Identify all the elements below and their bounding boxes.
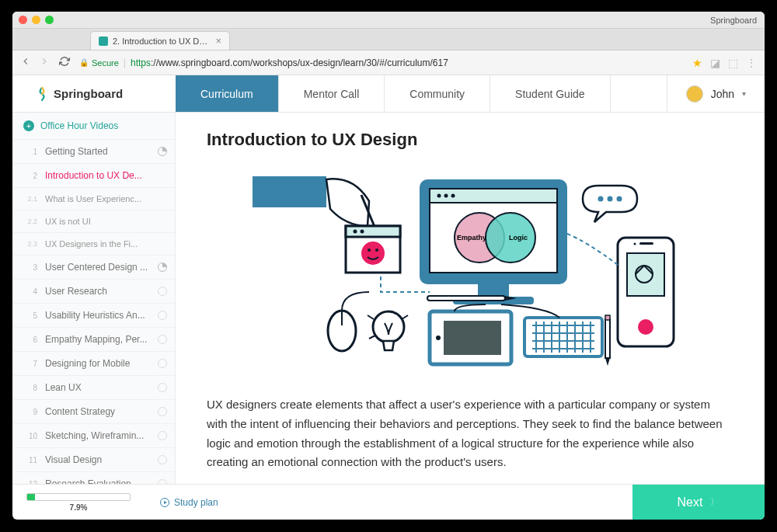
- svg-point-8: [375, 249, 378, 252]
- chevron-right-icon: 〉: [710, 495, 720, 509]
- minimize-window-button[interactable]: [32, 16, 40, 24]
- app-body: + Office Hour Videos 1Getting Started2In…: [12, 113, 765, 484]
- reload-button[interactable]: [59, 56, 70, 70]
- bookmark-star-icon[interactable]: ★: [692, 57, 702, 69]
- status-icon: [158, 383, 167, 392]
- svg-rect-25: [627, 253, 664, 296]
- sidebar-item[interactable]: 10Sketching, Wireframin...: [12, 424, 175, 448]
- nav-arrows: [20, 56, 50, 70]
- sidebar-item-number: 5: [23, 311, 37, 320]
- browser-tab[interactable]: 2. Introduction to UX Design - ×: [90, 31, 230, 50]
- sidebar-item-label: Sketching, Wireframin...: [45, 430, 150, 441]
- lock-icon: 🔒: [79, 58, 89, 67]
- next-button[interactable]: Next 〉: [632, 485, 765, 520]
- svg-line-35: [402, 315, 408, 319]
- svg-point-23: [617, 196, 622, 202]
- forward-button[interactable]: [39, 56, 50, 70]
- nav-tabs: Curriculum Mentor Call Community Student…: [176, 75, 667, 112]
- avatar: [686, 85, 703, 103]
- sidebar-item[interactable]: 2.1What is User Experienc...: [12, 188, 175, 210]
- sidebar-item[interactable]: 11Visual Design: [12, 448, 175, 472]
- extension-icon-2[interactable]: ⬚: [728, 57, 738, 69]
- svg-rect-15: [478, 284, 509, 297]
- browser-window: Springboard 2. Introduction to UX Design…: [12, 12, 765, 520]
- sidebar-item[interactable]: 12Research Evaluation: [12, 472, 175, 484]
- sidebar: + Office Hour Videos 1Getting Started2In…: [12, 113, 176, 484]
- study-plan-link[interactable]: Study plan: [145, 485, 632, 520]
- status-icon: [158, 287, 167, 296]
- tab-curriculum[interactable]: Curriculum: [176, 75, 279, 112]
- svg-text:Empathy: Empathy: [457, 234, 486, 242]
- svg-rect-39: [427, 296, 505, 301]
- sidebar-item-number: 8: [23, 384, 37, 392]
- sidebar-item-number: 3: [23, 263, 37, 272]
- user-menu[interactable]: John ▾: [667, 75, 765, 112]
- url-field[interactable]: 🔒 Secure | https://www.springboard.com/w…: [79, 57, 683, 68]
- svg-text:Logic: Logic: [509, 234, 528, 242]
- maximize-window-button[interactable]: [45, 16, 54, 24]
- page-title: Introduction to UX Design: [207, 130, 733, 150]
- play-ring-icon: [160, 498, 169, 507]
- sidebar-item[interactable]: 7Designing for Mobile: [12, 352, 175, 376]
- svg-point-21: [598, 196, 604, 202]
- sidebar-item-label: Getting Started: [45, 146, 150, 157]
- sidebar-item-label: UX is not UI: [45, 217, 150, 226]
- status-icon: [158, 407, 167, 416]
- sidebar-item[interactable]: 2Introduction to UX De...: [12, 164, 175, 188]
- svg-point-14: [451, 194, 455, 198]
- sidebar-header[interactable]: + Office Hour Videos: [12, 113, 175, 140]
- sidebar-item[interactable]: 3User Centered Design ...: [12, 256, 175, 280]
- progress-text: 7.9%: [70, 503, 88, 512]
- sidebar-item[interactable]: 2.3UX Designers in the Fi...: [12, 233, 175, 256]
- extension-icon[interactable]: ◪: [710, 57, 720, 69]
- svg-point-13: [444, 194, 448, 198]
- url-text: https://www.springboard.com/workshops/ux…: [131, 57, 448, 68]
- svg-point-4: [354, 230, 357, 234]
- sidebar-item-number: 7: [23, 360, 37, 368]
- svg-rect-54: [605, 319, 610, 358]
- sidebar-item-label: Usability Heuristics An...: [45, 310, 150, 321]
- back-button[interactable]: [20, 56, 31, 70]
- sidebar-item-label: Designing for Mobile: [45, 358, 150, 369]
- tab-mentor-call[interactable]: Mentor Call: [279, 75, 385, 112]
- svg-point-22: [608, 196, 613, 202]
- address-bar: 🔒 Secure | https://www.springboard.com/w…: [12, 50, 765, 75]
- progress-bar: [26, 493, 131, 501]
- svg-point-6: [361, 242, 385, 265]
- sidebar-item-number: 4: [23, 287, 37, 296]
- sidebar-item-label: UX Designers in the Fi...: [45, 239, 150, 249]
- sidebar-item[interactable]: 1Getting Started: [12, 140, 175, 164]
- svg-point-27: [638, 319, 653, 335]
- sidebar-item-label: Visual Design: [45, 454, 150, 465]
- svg-point-38: [436, 336, 441, 340]
- status-icon: [158, 431, 167, 440]
- svg-rect-0: [253, 176, 326, 207]
- logo-area[interactable]: Springboard: [12, 75, 176, 112]
- status-icon: [158, 263, 167, 272]
- tab-student-guide[interactable]: Student Guide: [490, 75, 611, 112]
- tab-community[interactable]: Community: [385, 75, 490, 112]
- sidebar-item-label: User Research: [45, 286, 150, 297]
- svg-rect-11: [430, 189, 557, 203]
- close-window-button[interactable]: [19, 16, 27, 24]
- user-name: John: [711, 88, 734, 100]
- window-title-right: Springboard: [710, 16, 757, 25]
- sidebar-item-number: 10: [23, 432, 37, 440]
- app-header: Springboard Curriculum Mentor Call Commu…: [12, 75, 765, 113]
- address-bar-icons: ★ ◪ ⬚ ⋮: [692, 57, 757, 69]
- traffic-lights: [19, 16, 54, 24]
- svg-rect-29: [639, 242, 653, 245]
- sidebar-item-number: 2: [23, 172, 37, 180]
- menu-icon[interactable]: ⋮: [746, 57, 757, 69]
- chevron-down-icon: ▾: [742, 89, 746, 98]
- sidebar-item-label: User Centered Design ...: [45, 262, 150, 273]
- svg-point-12: [437, 194, 441, 198]
- sidebar-item[interactable]: 8Lean UX: [12, 376, 175, 400]
- sidebar-item[interactable]: 5Usability Heuristics An...: [12, 304, 175, 328]
- sidebar-item[interactable]: 4User Research: [12, 280, 175, 304]
- status-icon: [158, 147, 167, 156]
- close-tab-icon[interactable]: ×: [215, 35, 221, 47]
- sidebar-item[interactable]: 6Empathy Mapping, Per...: [12, 328, 175, 352]
- sidebar-item[interactable]: 9Content Strategy: [12, 400, 175, 424]
- sidebar-item[interactable]: 2.2UX is not UI: [12, 210, 175, 233]
